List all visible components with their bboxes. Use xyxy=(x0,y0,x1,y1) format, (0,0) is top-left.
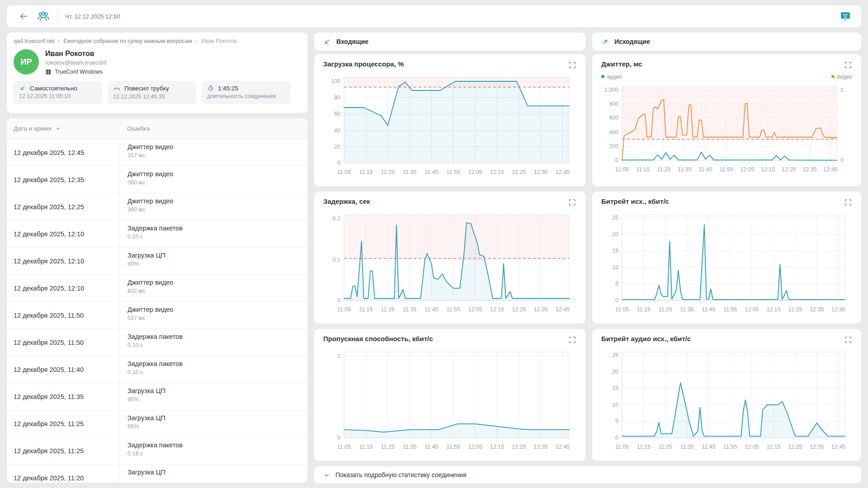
svg-text:11:55: 11:55 xyxy=(723,444,737,450)
bandwidth-chart-canvas: 0111:0511:1511:2511:3511:4511:5512:0512:… xyxy=(323,348,576,452)
error-value: 802 мс xyxy=(127,288,307,294)
show-detailed-stats-button[interactable]: Показать подробную статистику соединения xyxy=(314,466,861,483)
error-title: Джиттер видео xyxy=(127,306,307,313)
row-error: Джиттер видео802 мс xyxy=(119,275,307,301)
svg-text:11:15: 11:15 xyxy=(359,444,373,450)
svg-text:12:05: 12:05 xyxy=(468,169,482,175)
avatar: ИР xyxy=(14,49,39,75)
user-email: rokotov@team.trueconf xyxy=(45,59,106,66)
expand-button[interactable] xyxy=(844,61,852,71)
table-row[interactable]: 12 декабря 2025, 12:10Джиттер видео802 м… xyxy=(7,275,307,302)
error-value: 360 мс xyxy=(127,179,307,186)
svg-text:0.1: 0.1 xyxy=(333,257,340,263)
breadcrumb-item[interactable]: Ежегодное собрание по супер важным вопро… xyxy=(63,38,192,44)
session-date: Чт. 12.12.2025 12:50 xyxy=(65,13,120,20)
svg-text:0: 0 xyxy=(615,157,618,164)
error-title: Задержка пакетов xyxy=(127,441,307,449)
svg-text:11:15: 11:15 xyxy=(359,306,373,313)
cpu-chart-canvas: 02040608010011:0511:1511:2511:3511:4511:… xyxy=(323,74,576,178)
svg-text:11:35: 11:35 xyxy=(403,306,416,313)
table-row[interactable]: 12 декабря 2025, 11:50Джиттер видео537 м… xyxy=(7,302,307,329)
chart-title-jitter: Джиттер, мс xyxy=(601,60,642,68)
error-title: Задержка пакетов xyxy=(127,360,307,367)
svg-text:5: 5 xyxy=(615,418,618,424)
expand-button[interactable] xyxy=(568,61,576,71)
svg-text:10: 10 xyxy=(612,264,618,271)
svg-text:12:05: 12:05 xyxy=(745,306,759,313)
error-value: 0.18 с xyxy=(127,450,307,457)
table-row[interactable]: 12 декабря 2025, 11:50Задержка пакетов0.… xyxy=(7,329,307,356)
error-value: 95% xyxy=(127,423,307,430)
svg-text:0: 0 xyxy=(840,157,844,164)
column-header-error: Ошибка xyxy=(119,125,150,132)
breadcrumb: qa4.trueconf.net•Ежегодное собрание по с… xyxy=(14,38,301,44)
table-row[interactable]: 12 декабря 2025, 12:35Джиттер видео360 м… xyxy=(7,166,307,193)
svg-text:40: 40 xyxy=(334,127,340,134)
breadcrumb-item[interactable]: qa4.trueconf.net xyxy=(14,38,54,44)
back-button[interactable] xyxy=(16,9,31,24)
svg-text:1: 1 xyxy=(337,353,340,359)
chart-title-cpu: Загрузка процессора, % xyxy=(323,60,404,68)
table-row[interactable]: 12 декабря 2025, 12:10Задержка пакетов0.… xyxy=(7,221,307,248)
table-row[interactable]: 12 декабря 2025, 11:35Загрузка ЦП95% xyxy=(7,383,307,410)
expand-button[interactable] xyxy=(568,198,576,208)
join-type-label: Самостоятельно xyxy=(30,85,77,92)
chart-card-bitrate-audio-out: Битрейт аудио исх., кбит/с 051015202511:… xyxy=(592,329,861,461)
svg-text:15: 15 xyxy=(612,385,618,391)
report-button[interactable] xyxy=(838,9,853,24)
bitrate-out-chart-canvas: 051015202511:0511:1511:2511:3511:4511:55… xyxy=(601,211,852,315)
expand-button[interactable] xyxy=(844,336,852,346)
error-value: 360 мс xyxy=(127,206,307,213)
row-datetime: 12 декабря 2025, 12:10 xyxy=(7,221,119,247)
duration-chip: 1:45:25 длительность соединения xyxy=(202,81,290,104)
chart-title-latency: Задержка, сек xyxy=(323,197,370,205)
section-outgoing-label: Исходящие xyxy=(614,38,650,45)
errors-table: Дата и время Ошибка 12 декабря 2025, 12:… xyxy=(7,118,307,483)
svg-text:11:45: 11:45 xyxy=(425,169,438,175)
table-row[interactable]: 12 декабря 2025, 12:25Джиттер видео360 м… xyxy=(7,193,307,221)
svg-text:11:45: 11:45 xyxy=(702,306,715,313)
svg-text:12:25: 12:25 xyxy=(782,166,796,173)
arrow-left-icon xyxy=(19,11,28,21)
error-title: Загрузка ЦП xyxy=(127,469,307,476)
participant-card: qa4.trueconf.net•Ежегодное собрание по с… xyxy=(7,33,307,113)
svg-text:12:25: 12:25 xyxy=(788,306,802,313)
svg-text:12:35: 12:35 xyxy=(534,169,548,175)
column-header-datetime[interactable]: Дата и время xyxy=(7,125,119,132)
svg-text:11:35: 11:35 xyxy=(678,166,691,173)
svg-text:400: 400 xyxy=(609,129,618,136)
chart-card-jitter: Джиттер, мс аудиовидео 02004006008001 00… xyxy=(592,54,861,186)
table-row[interactable]: 12 декабря 2025, 12:10Загрузка ЦП80% xyxy=(7,248,307,275)
table-row[interactable]: 12 декабря 2025, 12:45Джиттер видео357 м… xyxy=(7,139,307,166)
svg-text:11:45: 11:45 xyxy=(425,306,438,313)
svg-text:11:45: 11:45 xyxy=(698,166,712,173)
svg-text:11:25: 11:25 xyxy=(381,444,395,450)
error-value: 95% xyxy=(127,396,307,403)
chart-title-bitrate-audio-out: Битрейт аудио исх., кбит/с xyxy=(601,335,691,343)
svg-text:11:05: 11:05 xyxy=(615,166,629,173)
svg-text:1: 1 xyxy=(840,87,844,93)
fullscreen-icon xyxy=(568,336,576,344)
table-row[interactable]: 12 декабря 2025, 11:40Задержка пакетов0.… xyxy=(7,356,307,383)
svg-text:11:15: 11:15 xyxy=(637,306,651,313)
expand-button[interactable] xyxy=(568,336,576,346)
svg-text:12:45: 12:45 xyxy=(556,169,570,175)
show-detailed-stats-label: Показать подробную статистику соединения xyxy=(335,471,467,479)
table-row[interactable]: 12 декабря 2025, 11:25Загрузка ЦП95% xyxy=(7,410,307,437)
row-datetime: 12 декабря 2025, 11:50 xyxy=(7,329,119,356)
table-row[interactable]: 12 декабря 2025, 11:20Загрузка ЦП xyxy=(7,465,307,483)
row-datetime: 12 декабря 2025, 12:10 xyxy=(7,248,119,274)
table-row[interactable]: 12 декабря 2025, 11:25Задержка пакетов0.… xyxy=(7,437,307,465)
svg-text:11:15: 11:15 xyxy=(637,444,651,450)
svg-text:12:15: 12:15 xyxy=(766,306,780,313)
chart-card-latency: Задержка, сек 00.10.211:0511:1511:2511:3… xyxy=(314,192,585,324)
svg-text:11:35: 11:35 xyxy=(680,444,693,450)
error-value: 0.10 с xyxy=(127,342,307,348)
svg-text:11:45: 11:45 xyxy=(702,444,715,450)
svg-text:12:05: 12:05 xyxy=(745,444,759,450)
trueconf-logo[interactable] xyxy=(36,9,51,24)
svg-text:12:35: 12:35 xyxy=(810,306,824,313)
error-title: Загрузка ЦП xyxy=(127,252,307,259)
hangup-label: Повесил трубку xyxy=(124,85,169,92)
expand-button[interactable] xyxy=(844,198,852,208)
